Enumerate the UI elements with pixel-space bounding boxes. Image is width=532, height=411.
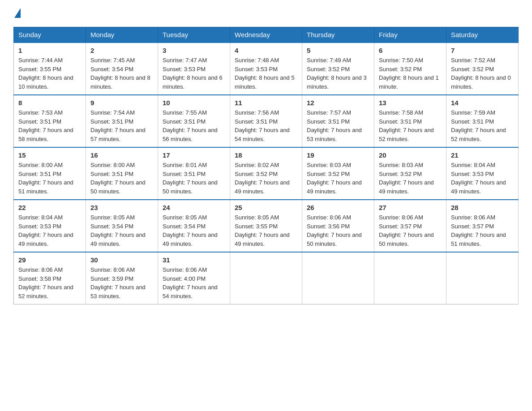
day-number: 3	[163, 47, 225, 54]
day-number: 19	[307, 151, 369, 159]
week-row-2: 8Sunrise: 7:53 AMSunset: 3:51 PMDaylight…	[14, 95, 519, 147]
day-number: 23	[90, 204, 153, 211]
day-number: 30	[90, 256, 153, 264]
calendar-cell: 9Sunrise: 7:54 AMSunset: 3:51 PMDaylight…	[86, 95, 158, 147]
calendar-header-monday: Monday	[86, 27, 158, 43]
day-info: Sunrise: 8:04 AMSunset: 3:53 PMDaylight:…	[451, 161, 514, 196]
day-info: Sunrise: 8:05 AMSunset: 3:54 PMDaylight:…	[163, 213, 225, 248]
calendar-cell: 20Sunrise: 8:03 AMSunset: 3:52 PMDayligh…	[374, 147, 446, 200]
calendar-cell: 7Sunrise: 7:52 AMSunset: 3:52 PMDaylight…	[446, 43, 519, 95]
calendar-header-sunday: Sunday	[14, 27, 86, 43]
day-number: 15	[18, 151, 81, 159]
calendar-cell: 17Sunrise: 8:01 AMSunset: 3:51 PMDayligh…	[158, 147, 230, 200]
day-number: 12	[307, 99, 369, 107]
calendar-cell	[374, 252, 446, 304]
day-info: Sunrise: 8:05 AMSunset: 3:55 PMDaylight:…	[235, 213, 297, 248]
day-info: Sunrise: 7:50 AMSunset: 3:52 PMDaylight:…	[379, 56, 442, 91]
day-info: Sunrise: 7:47 AMSunset: 3:53 PMDaylight:…	[163, 56, 225, 91]
day-info: Sunrise: 7:52 AMSunset: 3:52 PMDaylight:…	[451, 56, 514, 91]
day-number: 27	[379, 204, 442, 211]
day-number: 2	[90, 47, 153, 54]
calendar-cell: 26Sunrise: 8:06 AMSunset: 3:56 PMDayligh…	[302, 200, 374, 252]
day-info: Sunrise: 8:06 AMSunset: 3:56 PMDaylight:…	[307, 213, 369, 248]
calendar-cell: 24Sunrise: 8:05 AMSunset: 3:54 PMDayligh…	[158, 200, 230, 252]
day-number: 25	[235, 204, 297, 211]
day-number: 22	[18, 204, 81, 211]
day-info: Sunrise: 7:54 AMSunset: 3:51 PMDaylight:…	[90, 108, 153, 143]
week-row-1: 1Sunrise: 7:44 AMSunset: 3:55 PMDaylight…	[14, 43, 519, 95]
calendar-cell	[446, 252, 519, 304]
day-info: Sunrise: 8:00 AMSunset: 3:51 PMDaylight:…	[18, 161, 81, 196]
calendar-table: SundayMondayTuesdayWednesdayThursdayFrid…	[13, 27, 519, 304]
day-number: 26	[307, 204, 369, 211]
day-info: Sunrise: 8:06 AMSunset: 4:00 PMDaylight:…	[163, 265, 225, 300]
day-number: 31	[163, 256, 225, 264]
calendar-cell: 27Sunrise: 8:06 AMSunset: 3:57 PMDayligh…	[374, 200, 446, 252]
day-number: 13	[379, 99, 442, 107]
calendar-cell: 23Sunrise: 8:05 AMSunset: 3:54 PMDayligh…	[86, 200, 158, 252]
calendar-cell	[302, 252, 374, 304]
day-info: Sunrise: 8:02 AMSunset: 3:52 PMDaylight:…	[235, 161, 297, 196]
day-number: 20	[379, 151, 442, 159]
day-number: 11	[235, 99, 297, 107]
calendar-cell	[230, 252, 302, 304]
calendar-cell: 14Sunrise: 7:59 AMSunset: 3:51 PMDayligh…	[446, 95, 519, 147]
calendar-cell: 30Sunrise: 8:06 AMSunset: 3:59 PMDayligh…	[86, 252, 158, 304]
calendar-header-thursday: Thursday	[302, 27, 374, 43]
day-info: Sunrise: 7:55 AMSunset: 3:51 PMDaylight:…	[163, 108, 225, 143]
calendar-cell: 3Sunrise: 7:47 AMSunset: 3:53 PMDaylight…	[158, 43, 230, 95]
day-number: 18	[235, 151, 297, 159]
day-info: Sunrise: 8:03 AMSunset: 3:52 PMDaylight:…	[379, 161, 442, 196]
day-info: Sunrise: 7:56 AMSunset: 3:51 PMDaylight:…	[235, 108, 297, 143]
week-row-4: 22Sunrise: 8:04 AMSunset: 3:53 PMDayligh…	[14, 200, 519, 252]
day-info: Sunrise: 7:45 AMSunset: 3:54 PMDaylight:…	[90, 56, 153, 91]
logo-triangle-icon	[14, 8, 21, 18]
calendar-cell: 4Sunrise: 7:48 AMSunset: 3:53 PMDaylight…	[230, 43, 302, 95]
calendar-header-row: SundayMondayTuesdayWednesdayThursdayFrid…	[14, 27, 519, 43]
day-info: Sunrise: 7:58 AMSunset: 3:51 PMDaylight:…	[379, 108, 442, 143]
calendar-cell: 22Sunrise: 8:04 AMSunset: 3:53 PMDayligh…	[14, 200, 86, 252]
calendar-cell: 21Sunrise: 8:04 AMSunset: 3:53 PMDayligh…	[446, 147, 519, 200]
day-number: 6	[379, 47, 442, 54]
calendar-cell: 28Sunrise: 8:06 AMSunset: 3:57 PMDayligh…	[446, 200, 519, 252]
day-number: 10	[163, 99, 225, 107]
day-number: 17	[163, 151, 225, 159]
day-number: 24	[163, 204, 225, 211]
calendar-cell: 5Sunrise: 7:49 AMSunset: 3:52 PMDaylight…	[302, 43, 374, 95]
day-number: 28	[451, 204, 514, 211]
day-number: 21	[451, 151, 514, 159]
calendar-header-friday: Friday	[374, 27, 446, 43]
week-row-5: 29Sunrise: 8:06 AMSunset: 3:58 PMDayligh…	[14, 252, 519, 304]
day-info: Sunrise: 8:06 AMSunset: 3:59 PMDaylight:…	[90, 265, 153, 300]
day-info: Sunrise: 7:49 AMSunset: 3:52 PMDaylight:…	[307, 56, 369, 91]
calendar-cell: 29Sunrise: 8:06 AMSunset: 3:58 PMDayligh…	[14, 252, 86, 304]
day-info: Sunrise: 7:53 AMSunset: 3:51 PMDaylight:…	[18, 108, 81, 143]
calendar-header-tuesday: Tuesday	[158, 27, 230, 43]
calendar-cell: 10Sunrise: 7:55 AMSunset: 3:51 PMDayligh…	[158, 95, 230, 147]
day-number: 14	[451, 99, 514, 107]
calendar-cell: 8Sunrise: 7:53 AMSunset: 3:51 PMDaylight…	[14, 95, 86, 147]
calendar-cell: 2Sunrise: 7:45 AMSunset: 3:54 PMDaylight…	[86, 43, 158, 95]
day-number: 4	[235, 47, 297, 54]
day-number: 8	[18, 99, 81, 107]
calendar-cell: 13Sunrise: 7:58 AMSunset: 3:51 PMDayligh…	[374, 95, 446, 147]
calendar-cell: 31Sunrise: 8:06 AMSunset: 4:00 PMDayligh…	[158, 252, 230, 304]
calendar-cell: 18Sunrise: 8:02 AMSunset: 3:52 PMDayligh…	[230, 147, 302, 200]
calendar-cell: 1Sunrise: 7:44 AMSunset: 3:55 PMDaylight…	[14, 43, 86, 95]
day-info: Sunrise: 8:05 AMSunset: 3:54 PMDaylight:…	[90, 213, 153, 248]
day-number: 9	[90, 99, 153, 107]
calendar-cell: 19Sunrise: 8:03 AMSunset: 3:52 PMDayligh…	[302, 147, 374, 200]
day-info: Sunrise: 8:01 AMSunset: 3:51 PMDaylight:…	[163, 161, 225, 196]
week-row-3: 15Sunrise: 8:00 AMSunset: 3:51 PMDayligh…	[14, 147, 519, 200]
day-info: Sunrise: 7:44 AMSunset: 3:55 PMDaylight:…	[18, 56, 81, 91]
day-number: 29	[18, 256, 81, 264]
calendar-cell: 11Sunrise: 7:56 AMSunset: 3:51 PMDayligh…	[230, 95, 302, 147]
logo	[13, 9, 21, 19]
day-info: Sunrise: 7:48 AMSunset: 3:53 PMDaylight:…	[235, 56, 297, 91]
calendar-header-saturday: Saturday	[446, 27, 519, 43]
day-info: Sunrise: 7:59 AMSunset: 3:51 PMDaylight:…	[451, 108, 514, 143]
day-info: Sunrise: 8:00 AMSunset: 3:51 PMDaylight:…	[90, 161, 153, 196]
day-info: Sunrise: 8:06 AMSunset: 3:58 PMDaylight:…	[18, 265, 81, 300]
day-info: Sunrise: 7:57 AMSunset: 3:51 PMDaylight:…	[307, 108, 369, 143]
calendar-header-wednesday: Wednesday	[230, 27, 302, 43]
